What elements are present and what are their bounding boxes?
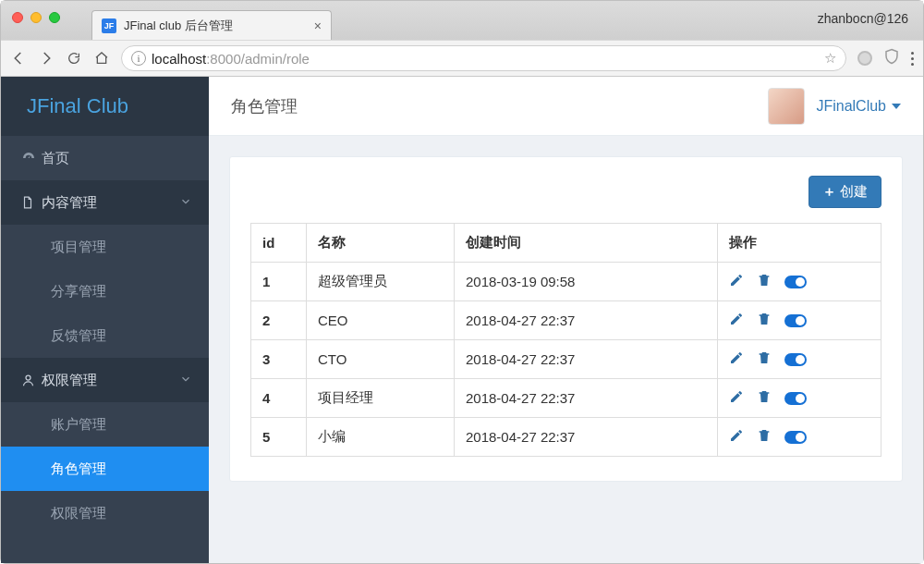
- table-row: 4项目经理2018-04-27 22:37: [251, 379, 881, 418]
- window-controls: [12, 12, 60, 23]
- toggle-switch[interactable]: [784, 314, 807, 327]
- col-ops: 操作: [718, 224, 881, 263]
- role-table: id 名称 创建时间 操作 1超级管理员2018-03-19 09:582CEO…: [250, 223, 881, 457]
- toggle-switch[interactable]: [784, 276, 807, 288]
- browser-tabstrip: JF JFinal club 后台管理 × zhanbocn@126: [1, 1, 923, 40]
- cell-ops: [718, 418, 881, 457]
- toggle-switch[interactable]: [784, 431, 807, 444]
- content-panel: ＋ 创建 id 名称 创建时间 操作 1超级管理员2018-03-19 09:5…: [229, 156, 903, 482]
- edit-icon[interactable]: [729, 312, 744, 329]
- cell-created: 2018-04-27 22:37: [455, 418, 718, 457]
- delete-icon[interactable]: [757, 312, 772, 329]
- table-row: 1超级管理员2018-03-19 09:58: [251, 263, 881, 301]
- toggle-switch[interactable]: [784, 353, 807, 366]
- dashboard-icon: [21, 151, 42, 166]
- browser-toolbar: i localhost:8000/admin/role ☆: [1, 40, 923, 77]
- sidebar-sub-content-2[interactable]: 反馈管理: [1, 313, 209, 358]
- username-label: JFinalClub: [816, 98, 886, 115]
- cell-id: 1: [251, 263, 307, 301]
- sidebar-item-content[interactable]: 内容管理: [1, 180, 209, 225]
- browser-menu-button[interactable]: [911, 52, 914, 66]
- topbar: 角色管理 JFinalClub: [209, 77, 923, 136]
- browser-profile-label: zhanbocn@126: [818, 11, 908, 30]
- edit-icon[interactable]: [729, 273, 744, 290]
- back-button[interactable]: [10, 50, 27, 67]
- main-area: 角色管理 JFinalClub ＋ 创建: [209, 77, 923, 563]
- toggle-switch[interactable]: [784, 392, 807, 405]
- create-button-label: 创建: [840, 183, 868, 201]
- cell-ops: [718, 263, 881, 301]
- cell-ops: [718, 301, 881, 340]
- cell-created: 2018-04-27 22:37: [455, 301, 718, 340]
- bookmark-star-icon[interactable]: ☆: [824, 50, 836, 67]
- cell-id: 4: [251, 379, 307, 418]
- shield-icon[interactable]: [883, 48, 900, 68]
- chevron-down-icon: [179, 195, 192, 211]
- cell-id: 2: [251, 301, 307, 340]
- edit-icon[interactable]: [729, 350, 744, 368]
- delete-icon[interactable]: [757, 273, 772, 290]
- brand-text: JFinal Club: [27, 94, 128, 118]
- maximize-window-button[interactable]: [49, 12, 60, 23]
- cell-ops: [718, 340, 881, 379]
- cell-name: 超级管理员: [307, 263, 455, 301]
- svg-point-0: [26, 375, 30, 380]
- sidebar-sub-perm-2[interactable]: 权限管理: [1, 491, 209, 535]
- favicon: JF: [102, 18, 116, 33]
- cell-ops: [718, 379, 881, 418]
- cell-created: 2018-04-27 22:37: [455, 340, 718, 379]
- sidebar: JFinal Club 首页 内容管理 项目管理分享管理反馈管理 权限管理: [1, 77, 209, 563]
- cell-name: 小编: [307, 418, 455, 457]
- edit-icon[interactable]: [729, 389, 744, 407]
- url-text: localhost:8000/admin/role: [152, 51, 310, 67]
- forward-button[interactable]: [38, 50, 55, 67]
- avatar[interactable]: [768, 88, 805, 125]
- delete-icon[interactable]: [757, 350, 772, 368]
- caret-down-icon: [892, 104, 901, 109]
- cell-name: CEO: [307, 301, 455, 340]
- user-icon: [21, 373, 42, 387]
- sidebar-item-label: 首页: [42, 150, 192, 167]
- page-title: 角色管理: [231, 95, 298, 117]
- table-row: 5小编2018-04-27 22:37: [251, 418, 881, 457]
- create-button[interactable]: ＋ 创建: [808, 176, 881, 208]
- brand[interactable]: JFinal Club: [1, 77, 209, 136]
- file-icon: [21, 195, 42, 210]
- user-menu[interactable]: JFinalClub: [816, 98, 901, 115]
- chevron-down-icon: [179, 373, 192, 388]
- close-window-button[interactable]: [12, 12, 23, 23]
- account-avatar-icon[interactable]: [857, 51, 872, 66]
- sidebar-nav: 首页 内容管理 项目管理分享管理反馈管理 权限管理 账户管理角色管理权限管理: [1, 136, 209, 563]
- browser-tab[interactable]: JF JFinal club 后台管理 ×: [91, 10, 332, 40]
- delete-icon[interactable]: [757, 428, 772, 446]
- sidebar-sub-perm-1[interactable]: 角色管理: [1, 447, 209, 491]
- tab-title: JFinal club 后台管理: [124, 18, 307, 34]
- site-info-icon[interactable]: i: [131, 51, 146, 66]
- cell-created: 2018-04-27 22:37: [455, 379, 718, 418]
- sidebar-sub-content-0[interactable]: 项目管理: [1, 225, 209, 269]
- plus-icon: ＋: [822, 183, 836, 201]
- home-button[interactable]: [93, 50, 110, 67]
- col-id: id: [251, 224, 307, 263]
- sidebar-item-label: 权限管理: [42, 372, 179, 389]
- cell-id: 3: [251, 340, 307, 379]
- edit-icon[interactable]: [729, 428, 744, 446]
- cell-id: 5: [251, 418, 307, 457]
- reload-button[interactable]: [66, 50, 82, 67]
- minimize-window-button[interactable]: [30, 12, 42, 23]
- sidebar-sub-content-1[interactable]: 分享管理: [1, 269, 209, 313]
- table-row: 2CEO2018-04-27 22:37: [251, 301, 881, 340]
- cell-name: CTO: [307, 340, 455, 379]
- table-row: 3CTO2018-04-27 22:37: [251, 340, 881, 379]
- delete-icon[interactable]: [757, 389, 772, 407]
- address-bar[interactable]: i localhost:8000/admin/role ☆: [121, 45, 846, 71]
- sidebar-item-label: 内容管理: [42, 194, 179, 212]
- cell-name: 项目经理: [307, 379, 455, 418]
- sidebar-sub-perm-0[interactable]: 账户管理: [1, 402, 209, 447]
- close-tab-button[interactable]: ×: [314, 18, 322, 33]
- col-name: 名称: [307, 224, 455, 263]
- cell-created: 2018-03-19 09:58: [455, 263, 718, 301]
- col-created: 创建时间: [455, 224, 718, 263]
- sidebar-item-home[interactable]: 首页: [1, 136, 209, 180]
- sidebar-item-permission[interactable]: 权限管理: [1, 358, 209, 402]
